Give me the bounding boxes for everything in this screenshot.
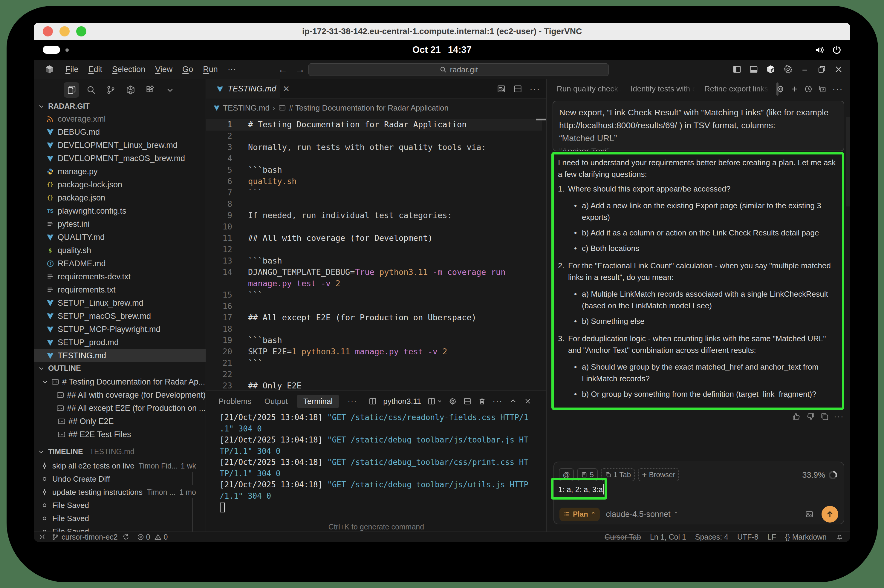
file-item-package.json[interactable]: {}package.json [34,191,206,204]
volume-icon[interactable] [814,45,825,55]
outline-item[interactable]: ## All except E2E (for Production on ... [34,402,206,415]
power-icon[interactable] [832,45,842,55]
file-item-DEVELOPMENT_Linux_brew.md[interactable]: DEVELOPMENT_Linux_brew.md [34,139,206,152]
close-panel-icon[interactable] [524,397,532,405]
terminal-shell-label[interactable]: python3.11 [383,397,421,406]
response-more-icon[interactable]: ··· [834,412,844,421]
restore-icon[interactable] [817,65,826,74]
kill-terminal-icon[interactable] [478,397,486,405]
menu-selection[interactable]: Selection [112,65,145,74]
breadcrumb-file[interactable]: TESTING.md [223,104,270,112]
code-editor[interactable]: 1# Testing Documentation for Radar Appli… [206,117,546,390]
split-terminal-icon[interactable] [427,397,442,405]
file-item-manage.py[interactable]: manage.py [34,165,206,178]
activity-remote-explorer-icon[interactable] [123,82,138,98]
activity-explorer-icon[interactable] [64,82,79,98]
toggle-panel-icon[interactable] [749,65,758,74]
cursor-position[interactable]: Ln 1, Col 1 [650,533,686,542]
file-item-DEVELOPMENT_macOS_brew.md[interactable]: DEVELOPMENT_macOS_brew.md [34,152,206,165]
file-item-SETUP_MCP-Playwright.md[interactable]: SETUP_MCP-Playwright.md [34,322,206,336]
menu-view[interactable]: View [155,65,173,74]
eol[interactable]: LF [767,533,776,542]
chat-tab-2[interactable]: Refine export links f [704,84,768,93]
activity-search-icon[interactable] [83,82,99,98]
sync-icon[interactable] [122,533,130,541]
activity-source-control-icon[interactable] [103,82,119,98]
tab-testing-md[interactable]: TESTING.md ✕ [206,79,280,99]
open-preview-icon[interactable] [497,84,506,93]
file-item-quality.sh[interactable]: $quality.sh [34,244,206,257]
menu-run[interactable]: Run [203,65,218,74]
open-chat-in-editor-icon[interactable] [818,85,827,93]
file-item-README.md[interactable]: README.md [34,257,206,270]
panel-tab-problems[interactable]: Problems [218,397,251,406]
timeline-item[interactable]: File Saved [34,512,206,525]
mode-selector-plan[interactable]: Plan ⌃ [560,508,600,521]
file-item-requirements-dev.txt[interactable]: requirements-dev.txt [34,270,206,283]
breadcrumb-symbol[interactable]: # Testing Documentation for Radar Applic… [289,104,449,112]
file-item-SETUP_macOS_brew.md[interactable]: SETUP_macOS_brew.md [34,309,206,322]
file-item-pytest.ini[interactable]: pytest.ini [34,218,206,231]
new-chat-icon[interactable] [790,85,798,93]
thumbs-down-icon[interactable] [806,412,815,421]
file-item-coverage.xml[interactable]: coverage.xml [34,112,206,126]
panel-more-actions-icon[interactable]: ··· [492,396,503,406]
outline-item[interactable]: ## Only E2E [34,415,206,428]
activity-views-chevron-icon[interactable] [162,82,178,98]
explorer-section-header[interactable]: RADAR.GIT [34,100,206,112]
remote-indicator[interactable] [38,533,46,541]
indentation[interactable]: Spaces: 4 [695,533,728,542]
language-mode[interactable]: {} Markdown [785,533,827,542]
outline-item[interactable]: # Testing Documentation for Radar Ap... [34,375,206,388]
chat-history-icon[interactable] [804,85,813,93]
cursor-tab-toggle[interactable]: Cursor Tab [605,533,641,542]
tab-close-icon[interactable]: ✕ [283,84,290,94]
timeline-item[interactable]: skip all e2e tests on liveTimon Fid...1 … [34,459,206,472]
timeline-item[interactable]: Undo Create Diff [34,472,206,486]
close-window-icon[interactable] [834,65,843,74]
chat-tab-1[interactable]: Identify tests with ex [630,84,695,93]
outline-item[interactable]: ## All with coverage (for Development) [34,388,206,402]
split-editor-icon[interactable] [513,84,522,93]
toggle-sidebar-icon[interactable] [732,65,741,74]
command-center-search[interactable]: radar.git [308,63,609,76]
panel-tab-terminal[interactable]: Terminal [297,395,339,408]
file-item-DEBUG.md[interactable]: DEBUG.md [34,126,206,139]
nav-back-icon[interactable]: ← [278,64,288,75]
file-item-package-lock.json[interactable]: {}package-lock.json [34,178,206,191]
chat-tab-0[interactable]: Run quality check an [557,84,621,93]
file-item-SETUP_prod.md[interactable]: SETUP_prod.md [34,336,206,349]
file-item-TESTING.md[interactable]: TESTING.md [34,349,206,362]
menu-file[interactable]: File [66,65,79,74]
chat-more-actions-icon[interactable]: ··· [832,84,843,94]
menu-edit[interactable]: Edit [89,65,102,74]
panel-tabs-overflow-icon[interactable]: ··· [348,397,357,406]
menu-go[interactable]: Go [182,65,193,74]
send-button[interactable] [821,506,838,523]
timeline-item[interactable]: update testing instructionsTimon ...1 mo [34,486,206,499]
attach-image-icon[interactable] [805,510,814,519]
terminal-settings-icon[interactable] [449,397,457,405]
split-panel-icon[interactable] [463,397,471,405]
maximize-panel-icon[interactable] [509,397,517,405]
file-item-SETUP_Linux_brew.md[interactable]: SETUP_Linux_brew.md [34,296,206,309]
timeline-item[interactable]: File Saved [34,499,206,512]
nav-forward-icon[interactable]: → [295,64,305,75]
file-item-QUALITY.md[interactable]: QUALITY.md [34,231,206,244]
outline-item[interactable]: ## E2E Test Files [34,428,206,441]
chat-scrollbar[interactable] [846,117,850,207]
file-item-requirements.txt[interactable]: requirements.txt [34,283,206,296]
activity-extensions-icon[interactable] [143,82,158,98]
panel-tab-output[interactable]: Output [264,397,288,406]
git-branch-item[interactable]: cursor-timon-ec2 [51,533,118,542]
notifications-bell-icon[interactable] [836,533,843,541]
encoding[interactable]: UTF-8 [737,533,758,542]
copy-response-icon[interactable] [820,412,829,421]
editor-more-actions-icon[interactable]: ··· [530,84,540,94]
thumbs-up-icon[interactable] [792,412,801,421]
timeline-item[interactable]: File Saved [34,525,206,531]
model-selector[interactable]: claude-4.5-sonnet ⌃ [606,510,678,519]
outline-section-header[interactable]: OUTLINE [34,362,206,374]
settings-gear-icon[interactable] [783,64,793,74]
menu-overflow[interactable]: ··· [228,65,236,74]
